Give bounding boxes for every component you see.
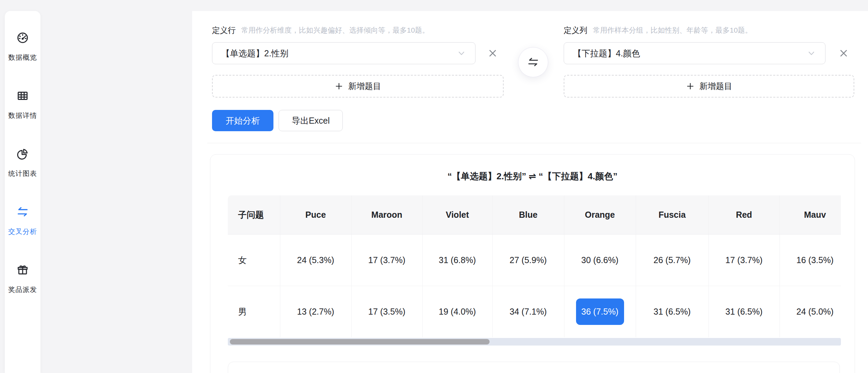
column-header: Fuscia xyxy=(636,195,708,234)
swap-rows-cols-button[interactable] xyxy=(518,47,548,77)
table-cell[interactable]: 13 (2.7%) xyxy=(280,286,351,337)
gauge-icon xyxy=(16,32,29,53)
remove-row-question-button[interactable] xyxy=(485,46,500,61)
horizontal-scrollbar-track[interactable] xyxy=(228,338,841,346)
table-cell[interactable]: 17 (3.7%) xyxy=(708,234,779,286)
table-cell[interactable]: 24 (5.0%) xyxy=(779,286,841,337)
table-header-row: 子问题 Puce Maroon Violet Blue Orange Fusci… xyxy=(228,195,841,234)
sidebar-item-label: 奖品派发 xyxy=(8,285,37,294)
result-card-title: “【单选题】2.性别” ⇌ “【下拉题】4.颜色” xyxy=(210,170,855,182)
table-cell[interactable]: 19 (4.0%) xyxy=(422,286,492,337)
define-rows-header: 定义行 常用作分析维度，比如兴趣偏好、选择倾向等，最多10题。 xyxy=(212,25,429,36)
highlighted-value[interactable]: 36 (7.5%) xyxy=(576,298,624,325)
swap-icon xyxy=(16,206,29,227)
sidebar-item-label: 交叉分析 xyxy=(8,227,37,236)
table-cell[interactable]: 31 (6.5%) xyxy=(636,286,708,337)
sidebar-item-charts[interactable]: 统计图表 xyxy=(8,148,37,178)
table-cell[interactable]: 26 (5.7%) xyxy=(636,234,708,286)
row-label: 男 xyxy=(228,286,280,337)
sidebar-item-data-details[interactable]: 数据详情 xyxy=(8,90,37,120)
cross-table: 子问题 Puce Maroon Violet Blue Orange Fusci… xyxy=(228,195,841,337)
table-cell[interactable]: 30 (6.6%) xyxy=(564,234,636,286)
cross-analysis-result-card: “【单选题】2.性别” ⇌ “【下拉题】4.颜色” 子问题 Puce Maroo… xyxy=(210,154,855,373)
horizontal-scrollbar-thumb[interactable] xyxy=(230,339,490,344)
column-header: Orange xyxy=(564,195,636,234)
table-cell-highlighted[interactable]: 36 (7.5%) xyxy=(564,286,636,337)
table-icon xyxy=(16,90,29,111)
sidebar-item-label: 数据详情 xyxy=(8,111,37,120)
col-question-value: 【下拉题】4.颜色 xyxy=(573,48,807,59)
define-cols-label: 定义列 xyxy=(564,25,587,36)
column-header: 子问题 xyxy=(228,195,280,234)
section-divider xyxy=(207,143,861,143)
table-cell[interactable]: 24 (5.3%) xyxy=(280,234,351,286)
close-icon xyxy=(838,48,849,58)
table-cell[interactable]: 27 (5.9%) xyxy=(492,234,564,286)
column-header: Violet xyxy=(422,195,492,234)
cross-table-viewport: 子问题 Puce Maroon Violet Blue Orange Fusci… xyxy=(228,195,841,337)
sidebar-item-prizes[interactable]: 奖品派发 xyxy=(8,264,37,294)
row-question-value: 【单选题】2.性别 xyxy=(221,48,457,59)
table-cell[interactable]: 34 (7.1%) xyxy=(492,286,564,337)
gift-icon xyxy=(16,264,29,285)
sidebar-item-data-overview[interactable]: 数据概览 xyxy=(8,32,37,62)
col-question-select[interactable]: 【下拉题】4.颜色 xyxy=(564,42,825,64)
table-row: 男 13 (2.7%) 17 (3.5%) 19 (4.0%) 34 (7.1%… xyxy=(228,286,841,337)
row-label: 女 xyxy=(228,234,280,286)
define-cols-header: 定义列 常用作样本分组，比如性别、年龄等，最多10题。 xyxy=(564,25,752,36)
column-header: Maroon xyxy=(351,195,422,234)
define-cols-hint: 常用作样本分组，比如性别、年龄等，最多10题。 xyxy=(593,25,752,35)
add-col-question-label: 新增题目 xyxy=(700,81,732,92)
table-cell[interactable]: 17 (3.5%) xyxy=(351,286,422,337)
remove-col-question-button[interactable] xyxy=(836,46,851,61)
add-row-question-label: 新增题目 xyxy=(348,81,381,92)
next-section-card xyxy=(228,362,840,373)
plus-icon xyxy=(335,82,343,91)
table-cell[interactable]: 17 (3.7%) xyxy=(351,234,422,286)
sidebar-item-label: 统计图表 xyxy=(8,169,37,178)
row-question-select[interactable]: 【单选题】2.性别 xyxy=(212,42,476,64)
table-row: 女 24 (5.3%) 17 (3.7%) 31 (6.8%) 27 (5.9%… xyxy=(228,234,841,286)
table-cell[interactable]: 16 (3.5%) xyxy=(779,234,841,286)
close-icon xyxy=(488,48,498,58)
table-cell[interactable]: 31 (6.5%) xyxy=(708,286,779,337)
swap-icon xyxy=(527,56,539,68)
plus-icon xyxy=(686,82,695,91)
sidebar-item-label: 数据概览 xyxy=(8,53,37,62)
main-panel: 定义行 常用作分析维度，比如兴趣偏好、选择倾向等，最多10题。 定义列 常用作样… xyxy=(192,11,868,373)
column-header: Mauv xyxy=(779,195,841,234)
define-rows-hint: 常用作分析维度，比如兴趣偏好、选择倾向等，最多10题。 xyxy=(241,25,429,35)
chevron-down-icon xyxy=(457,48,466,58)
add-row-question-button[interactable]: 新增题目 xyxy=(212,75,504,98)
sidebar-item-cross-analysis[interactable]: 交叉分析 xyxy=(8,206,37,236)
column-header: Red xyxy=(708,195,779,234)
add-col-question-button[interactable]: 新增题目 xyxy=(564,75,854,98)
table-cell[interactable]: 31 (6.8%) xyxy=(422,234,492,286)
sidebar: 数据概览 数据详情 统计图表 交叉分析 xyxy=(5,11,40,373)
export-excel-button[interactable]: 导出Excel xyxy=(279,110,343,131)
define-rows-label: 定义行 xyxy=(212,25,236,36)
chevron-down-icon xyxy=(807,48,816,58)
pie-chart-icon xyxy=(16,148,29,169)
start-analysis-button[interactable]: 开始分析 xyxy=(212,110,273,131)
column-header: Blue xyxy=(492,195,564,234)
column-header: Puce xyxy=(280,195,351,234)
